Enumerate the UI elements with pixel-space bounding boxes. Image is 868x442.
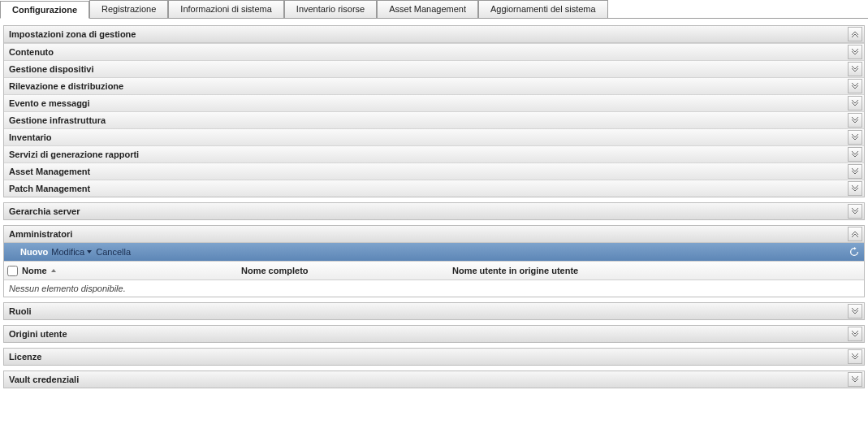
tab-inventario-risorse[interactable]: Inventario risorse — [284, 0, 377, 18]
refresh-icon[interactable] — [848, 245, 861, 258]
credential-vault-panel: Vault credenziali — [3, 370, 865, 388]
expand-icon[interactable] — [848, 304, 862, 318]
licenses-header[interactable]: Licenze — [4, 349, 864, 365]
zone-settings-title: Impostazioni zona di gestione — [9, 29, 846, 39]
expand-icon[interactable] — [848, 147, 862, 162]
zone-item[interactable]: Inventario — [4, 128, 864, 145]
administrators-panel: Amministratori Nuovo Modifica Cancella N… — [3, 225, 865, 297]
collapse-icon[interactable] — [848, 27, 862, 41]
edit-button-label: Modifica — [51, 247, 84, 257]
column-full-name[interactable]: Nome completo — [241, 266, 452, 275]
licenses-panel: Licenze — [3, 348, 865, 366]
tab-informazioni-sistema[interactable]: Informazioni di sistema — [168, 0, 284, 18]
zone-item-label: Asset Management — [9, 167, 846, 176]
tab-aggiornamenti-sistema[interactable]: Aggiornamenti del sistema — [478, 0, 608, 18]
empty-message: Nessun elemento disponibile. — [4, 280, 864, 297]
user-sources-header[interactable]: Origini utente — [4, 326, 864, 342]
zone-item-label: Gestione dispositivi — [9, 64, 846, 74]
tab-registrazione[interactable]: Registrazione — [89, 0, 168, 18]
expand-icon[interactable] — [848, 327, 862, 341]
zone-item[interactable]: Servizi di generazione rapporti — [4, 145, 864, 162]
expand-icon[interactable] — [848, 96, 862, 110]
zone-settings-header[interactable]: Impostazioni zona di gestione — [4, 26, 864, 43]
administrators-toolbar: Nuovo Modifica Cancella — [4, 243, 864, 261]
server-hierarchy-header[interactable]: Gerarchia server — [4, 203, 864, 219]
select-all-checkbox[interactable] — [7, 266, 22, 276]
zone-item[interactable]: Asset Management — [4, 162, 864, 180]
expand-icon[interactable] — [848, 62, 862, 76]
sort-asc-icon — [50, 266, 57, 275]
expand-icon[interactable] — [848, 45, 862, 59]
expand-icon[interactable] — [848, 113, 862, 128]
delete-button[interactable]: Cancella — [96, 247, 131, 257]
expand-icon[interactable] — [848, 164, 862, 179]
credential-vault-header[interactable]: Vault credenziali — [4, 371, 864, 388]
administrators-header[interactable]: Amministratori — [4, 226, 864, 243]
zone-settings-panel: Impostazioni zona di gestione Contenuto … — [3, 25, 865, 197]
tab-content: Impostazioni zona di gestione Contenuto … — [0, 19, 868, 393]
edit-button[interactable]: Modifica — [51, 247, 93, 257]
user-sources-panel: Origini utente — [3, 325, 865, 343]
roles-header[interactable]: Ruoli — [4, 303, 864, 319]
licenses-title: Licenze — [9, 352, 846, 362]
roles-panel: Ruoli — [3, 302, 865, 320]
expand-icon[interactable] — [848, 181, 862, 196]
roles-title: Ruoli — [9, 306, 846, 316]
server-hierarchy-panel: Gerarchia server — [3, 202, 865, 220]
user-sources-title: Origini utente — [9, 329, 846, 339]
administrators-title: Amministratori — [9, 229, 846, 239]
expand-icon[interactable] — [848, 79, 862, 93]
dropdown-icon — [86, 247, 93, 257]
server-hierarchy-title: Gerarchia server — [9, 206, 846, 216]
zone-item[interactable]: Contenuto — [4, 43, 864, 60]
tab-configurazione[interactable]: Configurazione — [0, 1, 89, 19]
main-tabs: Configurazione Registrazione Informazion… — [0, 0, 868, 19]
zone-item-label: Evento e messaggi — [9, 98, 846, 108]
column-name-label: Nome — [22, 266, 47, 275]
expand-icon[interactable] — [848, 349, 862, 364]
zone-item[interactable]: Evento e messaggi — [4, 94, 864, 111]
zone-item[interactable]: Rilevazione e distribuzione — [4, 77, 864, 94]
new-button[interactable]: Nuovo — [20, 247, 48, 257]
zone-item-label: Rilevazione e distribuzione — [9, 81, 846, 91]
zone-item-label: Contenuto — [9, 47, 846, 57]
administrators-columns: Nome Nome completo Nome utente in origin… — [4, 261, 864, 280]
column-name[interactable]: Nome — [22, 266, 241, 275]
expand-icon[interactable] — [848, 372, 862, 387]
zone-item[interactable]: Gestione infrastruttura — [4, 111, 864, 128]
credential-vault-title: Vault credenziali — [9, 375, 846, 384]
zone-item-label: Servizi di generazione rapporti — [9, 150, 846, 159]
zone-item[interactable]: Gestione dispositivi — [4, 60, 864, 77]
zone-item-label: Patch Management — [9, 184, 846, 193]
collapse-icon[interactable] — [848, 227, 862, 241]
zone-item[interactable]: Patch Management — [4, 180, 864, 197]
tab-asset-management[interactable]: Asset Management — [377, 0, 478, 18]
column-user-source[interactable]: Nome utente in origine utente — [452, 266, 861, 275]
expand-icon[interactable] — [848, 204, 862, 219]
zone-item-label: Inventario — [9, 132, 846, 142]
zone-item-label: Gestione infrastruttura — [9, 115, 846, 125]
expand-icon[interactable] — [848, 130, 862, 145]
